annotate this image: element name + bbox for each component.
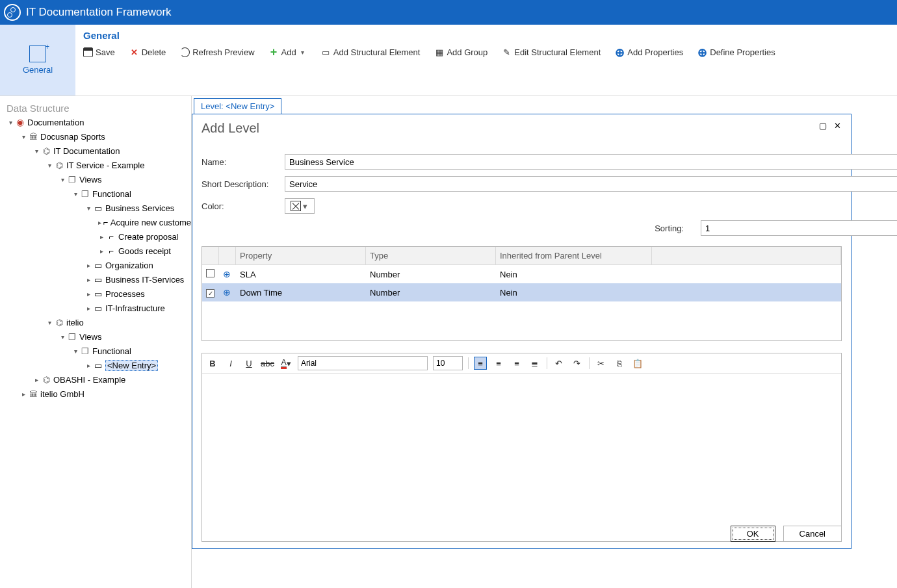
tree-item[interactable]: ▸🏛itelio GmbH bbox=[0, 387, 191, 401]
tree-item[interactable]: ▸▭Organization bbox=[0, 258, 191, 272]
row-checkbox[interactable] bbox=[206, 269, 214, 277]
property-icon: ⊕ bbox=[223, 287, 231, 298]
tree-item[interactable]: ▸⌐Create proposal bbox=[0, 229, 191, 244]
title-bar: IT Documentation Framework bbox=[0, 0, 897, 25]
strike-button[interactable]: abc bbox=[261, 357, 274, 370]
name-input[interactable] bbox=[285, 154, 897, 170]
name-label: Name: bbox=[202, 157, 285, 167]
tree-item[interactable]: ▸▭Business IT-Services bbox=[0, 272, 191, 287]
font-select[interactable] bbox=[298, 356, 428, 370]
save-icon bbox=[83, 47, 93, 57]
cube-icon: ❐ bbox=[66, 175, 78, 185]
level-tab[interactable]: Level: <New Entry> bbox=[194, 98, 281, 114]
hierarchy-icon: ⌬ bbox=[40, 146, 52, 156]
align-center-button[interactable]: ≡ bbox=[492, 357, 505, 370]
tree-item[interactable]: ▾🏛Docusnap Sports bbox=[0, 129, 191, 144]
doc-icon: ◉ bbox=[14, 117, 26, 127]
struct-icon: ▭ bbox=[321, 47, 331, 57]
tree-item[interactable]: ▸⌐Goods receipt bbox=[0, 244, 191, 258]
define-properties-button[interactable]: ⊕Define Properties bbox=[697, 47, 775, 57]
col-inherited: Inherited from Parent Level bbox=[496, 247, 652, 265]
bullet-list-button[interactable]: ≣ bbox=[528, 357, 541, 370]
add-level-panel: Add Level ▢ ✕ Name: Short Description: C… bbox=[192, 114, 852, 549]
ribbon-group-title: General bbox=[75, 25, 897, 41]
add-button[interactable]: +Add▾ bbox=[269, 47, 307, 57]
delete-icon: ✕ bbox=[129, 47, 139, 57]
ok-button[interactable]: OK bbox=[731, 526, 775, 542]
rect-icon: ▭ bbox=[92, 261, 104, 270]
hierarchy-icon: ⌬ bbox=[53, 318, 65, 327]
panel-title: Add Level bbox=[202, 121, 259, 136]
desc-label: Short Description: bbox=[202, 179, 285, 189]
add-structural-button[interactable]: ▭Add Structural Element bbox=[321, 47, 421, 57]
rect-icon: ▭ bbox=[92, 203, 104, 213]
tree-item[interactable]: ▸▭Processes bbox=[0, 287, 191, 301]
tree-item[interactable]: ▸⌬OBASHI - Example bbox=[0, 372, 191, 387]
tree-root[interactable]: ▾◉Documentation bbox=[0, 115, 191, 129]
rect-icon: ▭ bbox=[92, 275, 104, 285]
refresh-button[interactable]: Refresh Preview bbox=[180, 47, 254, 57]
tree-item[interactable]: ▾⌬IT Documentation bbox=[0, 144, 191, 158]
grid-row-selected[interactable]: ⊕ Down Time Number Nein bbox=[202, 283, 841, 301]
align-left-button[interactable]: ≡ bbox=[474, 357, 487, 370]
tree-item[interactable]: ▸▭IT-Infrastructure bbox=[0, 301, 191, 315]
sort-label: Sorting: bbox=[545, 224, 701, 233]
maximize-button[interactable]: ▢ bbox=[818, 121, 827, 130]
flow-icon: ⌐ bbox=[105, 232, 117, 242]
paste-button[interactable]: 📋 bbox=[631, 357, 644, 370]
app-logo-icon bbox=[4, 4, 21, 21]
sidebar-tree[interactable]: Data Structure ▾◉Documentation ▾🏛Docusna… bbox=[0, 96, 192, 588]
sort-input[interactable] bbox=[701, 220, 897, 236]
add-group-button[interactable]: ▦Add Group bbox=[434, 47, 488, 57]
building-icon: 🏛 bbox=[27, 132, 39, 142]
sidebar-title: Data Structure bbox=[0, 101, 191, 115]
group-icon: ▦ bbox=[434, 47, 444, 57]
cube-icon: ❐ bbox=[79, 346, 91, 356]
bold-button[interactable]: B bbox=[206, 357, 219, 370]
hierarchy-icon: ⌬ bbox=[53, 160, 65, 170]
cancel-button[interactable]: Cancel bbox=[783, 526, 842, 542]
copy-button[interactable]: ⎘ bbox=[613, 357, 626, 370]
save-button[interactable]: Save bbox=[83, 47, 115, 57]
tree-item[interactable]: ▾❐Functional bbox=[0, 344, 191, 358]
font-size-select[interactable] bbox=[433, 356, 463, 370]
cut-button[interactable]: ✂ bbox=[595, 357, 608, 370]
color-picker[interactable]: ▾ bbox=[285, 198, 315, 214]
add-properties-button[interactable]: ⊕Add Properties bbox=[615, 47, 683, 57]
refresh-icon bbox=[180, 47, 190, 57]
desc-input[interactable] bbox=[285, 176, 897, 192]
rect-icon: ▭ bbox=[92, 361, 104, 370]
text-color-button[interactable]: A ▾ bbox=[280, 357, 292, 370]
tree-item[interactable]: ▾⌬itelio bbox=[0, 315, 191, 329]
edit-structural-button[interactable]: ✎Edit Structural Element bbox=[502, 47, 601, 57]
align-right-button[interactable]: ≡ bbox=[510, 357, 523, 370]
property-icon: ⊕ bbox=[223, 269, 231, 279]
close-button[interactable]: ✕ bbox=[833, 121, 842, 130]
col-type: Type bbox=[366, 247, 496, 265]
redo-button[interactable]: ↷ bbox=[571, 357, 584, 370]
hierarchy-icon: ⌬ bbox=[40, 375, 52, 385]
italic-button[interactable]: I bbox=[224, 357, 237, 370]
tree-item[interactable]: ▾⌬IT Service - Example bbox=[0, 158, 191, 172]
general-tab-label: General bbox=[23, 65, 53, 75]
no-color-icon bbox=[291, 201, 301, 211]
ribbon-tab-general[interactable]: General bbox=[0, 25, 75, 96]
add-icon: + bbox=[269, 47, 279, 57]
undo-button[interactable]: ↶ bbox=[552, 357, 566, 370]
def-prop-icon: ⊕ bbox=[697, 47, 707, 57]
rect-icon: ▭ bbox=[92, 289, 104, 299]
tree-item[interactable]: ▸⌐Acquire new custome bbox=[0, 215, 191, 229]
delete-button[interactable]: ✕Delete bbox=[129, 47, 166, 57]
tree-item[interactable]: ▾❐Functional bbox=[0, 186, 191, 201]
tree-item[interactable]: ▾❐Views bbox=[0, 172, 191, 186]
grid-row[interactable]: ⊕ SLA Number Nein bbox=[202, 265, 841, 283]
tree-item[interactable]: ▾❐Views bbox=[0, 329, 191, 344]
rect-icon: ▭ bbox=[92, 303, 104, 313]
col-property: Property bbox=[236, 247, 366, 265]
tree-item-selected[interactable]: ▸▭<New Entry> bbox=[0, 358, 191, 372]
richtext-editor[interactable]: B I U abc A ▾ ≡ ≡ ≡ ≣ ↶ ↷ ✂ bbox=[202, 353, 842, 542]
color-label: Color: bbox=[202, 201, 285, 211]
row-checkbox[interactable] bbox=[206, 289, 214, 298]
underline-button[interactable]: U bbox=[242, 357, 255, 370]
tree-item[interactable]: ▾▭Business Services bbox=[0, 201, 191, 215]
